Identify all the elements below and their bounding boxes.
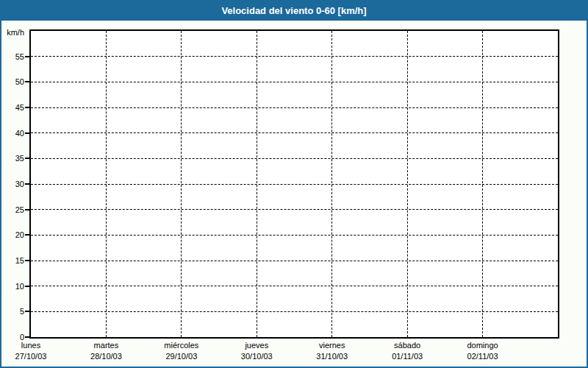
chart-title: Velocidad del viento 0-60 [km/h] <box>221 5 366 16</box>
y-grid-line <box>31 184 558 185</box>
y-tick-label: 25 <box>0 205 24 215</box>
x-axis-day-label: jueves30/10/03 <box>241 340 273 362</box>
y-grid-line <box>31 158 558 159</box>
y-tick-label: 30 <box>0 179 24 189</box>
x-grid-line <box>106 31 107 337</box>
y-grid-line <box>31 286 558 286</box>
y-axis-tick <box>25 132 29 134</box>
chart-title-bar: Velocidad del viento 0-60 [km/h] <box>1 1 587 21</box>
day-date-label: 27/10/03 <box>15 351 47 362</box>
y-grid-line <box>31 56 558 57</box>
y-axis-tick <box>25 81 29 82</box>
y-tick-label: 45 <box>0 102 24 113</box>
day-date-label: 30/10/03 <box>241 351 273 362</box>
y-tick-label: 15 <box>0 255 24 266</box>
wind-speed-chart-window: Velocidad del viento 0-60 [km/h] 0510152… <box>0 0 588 368</box>
y-grid-line <box>31 107 558 108</box>
y-grid-line <box>31 209 558 210</box>
y-axis-tick <box>25 234 29 236</box>
day-name-label: jueves <box>241 340 273 351</box>
y-grid-line <box>31 261 558 261</box>
day-name-label: domingo <box>467 340 498 351</box>
day-date-label: 31/10/03 <box>316 351 348 362</box>
y-tick-label: 5 <box>0 306 24 316</box>
y-axis-unit-label: km/h <box>0 27 24 38</box>
x-grid-line <box>482 31 483 337</box>
y-grid-line <box>31 235 558 236</box>
y-grid-line <box>31 311 558 312</box>
x-grid-line <box>331 31 332 337</box>
y-axis-tick <box>25 336 29 338</box>
y-axis-tick <box>25 158 29 159</box>
y-grid-line <box>31 82 558 82</box>
day-date-label: 02/11/03 <box>467 351 498 362</box>
day-name-label: viernes <box>316 340 348 351</box>
day-name-label: lunes <box>15 340 47 351</box>
x-axis-day-label: martes28/10/03 <box>90 340 122 362</box>
x-axis-day-label: miércoles29/10/03 <box>164 340 198 362</box>
y-axis-tick <box>25 183 29 185</box>
y-axis-tick <box>25 286 29 287</box>
x-grid-line <box>257 31 257 337</box>
y-axis-tick <box>25 107 29 108</box>
day-name-label: miércoles <box>164 340 198 351</box>
y-axis-tick <box>25 311 29 312</box>
y-tick-label: 50 <box>0 77 24 87</box>
plot-area: 0510152025303540455055km/hlunes27/10/03m… <box>29 29 559 339</box>
y-grid-line <box>31 132 558 133</box>
day-date-label: 29/10/03 <box>164 351 198 362</box>
x-axis-day-label: domingo02/11/03 <box>467 340 498 362</box>
day-name-label: sábado <box>392 340 423 351</box>
y-tick-label: 10 <box>0 281 24 291</box>
y-tick-label: 20 <box>0 230 24 240</box>
y-tick-label: 35 <box>0 153 24 163</box>
y-tick-label: 55 <box>0 52 24 62</box>
y-axis-tick <box>25 56 29 57</box>
day-name-label: martes <box>90 340 122 351</box>
y-tick-label: 40 <box>0 128 24 138</box>
x-axis-day-label: lunes27/10/03 <box>15 340 47 362</box>
x-grid-line <box>407 31 408 337</box>
y-axis-tick <box>25 209 29 210</box>
day-date-label: 28/10/03 <box>90 351 122 362</box>
x-grid-line <box>181 31 182 337</box>
day-date-label: 01/11/03 <box>392 351 423 362</box>
x-axis-day-label: viernes31/10/03 <box>316 340 348 362</box>
y-axis-tick <box>25 260 29 261</box>
x-axis-day-label: sábado01/11/03 <box>392 340 423 362</box>
